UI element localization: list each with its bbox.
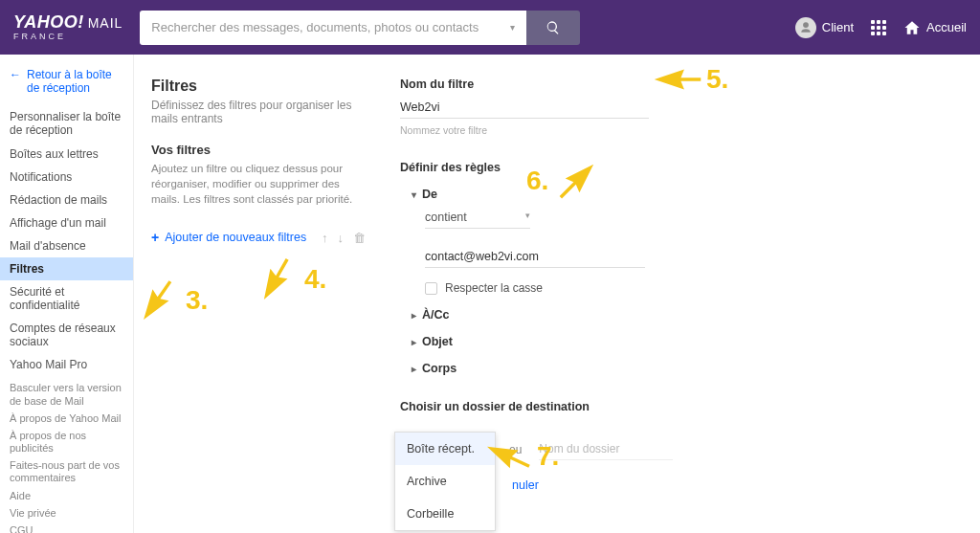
settings-sidebar: ← Retour à la boîte de réception Personn… <box>0 55 134 533</box>
sidebar-item-compose[interactable]: Rédaction de mails <box>0 189 133 211</box>
chevron-right-icon: ▸ <box>412 337 416 347</box>
sidebar-item-notifications[interactable]: Notifications <box>0 166 133 189</box>
search-button[interactable] <box>526 11 580 45</box>
app-header: YAHOO!MAIL FRANCE Rechercher des message… <box>0 0 980 55</box>
filter-name-label: Nom du filtre <box>400 78 942 91</box>
chevron-right-icon: ▸ <box>412 310 416 321</box>
filter-name-input[interactable] <box>400 97 649 119</box>
filters-panel: Filtres Définissez des filtres pour orga… <box>134 55 383 533</box>
move-down-icon[interactable]: ↓ <box>338 231 345 245</box>
move-up-icon[interactable]: ↑ <box>322 231 328 245</box>
plus-icon: + <box>151 230 159 245</box>
destination-or: ou <box>509 443 522 456</box>
sidebar-item-security[interactable]: Sécurité et confidentialité <box>0 280 133 317</box>
cancel-link[interactable]: nuler <box>512 478 539 492</box>
search-input[interactable]: Rechercher des messages, documents, phot… <box>140 11 526 45</box>
add-filter-button[interactable]: + Ajouter de nouveaux filtres <box>151 230 306 245</box>
footer-help-link[interactable]: Aide <box>10 490 123 502</box>
your-filters-heading: Vos filtres <box>151 143 366 157</box>
sidebar-item-away[interactable]: Mail d'absence <box>0 234 133 257</box>
header-right: Client Accueil <box>795 17 967 38</box>
chevron-down-icon[interactable]: ▾ <box>510 22 515 33</box>
new-folder-input[interactable]: Nom du dossier <box>539 438 673 460</box>
dropdown-option-trash[interactable]: Corbeille <box>395 498 495 530</box>
search-icon <box>546 20 561 35</box>
chevron-down-icon: ▾ <box>412 189 416 200</box>
yahoo-logo: YAHOO!MAIL FRANCE <box>13 13 122 41</box>
dropdown-option-archive[interactable]: Archive <box>395 465 495 498</box>
rule-from-toggle[interactable]: ▾ De <box>412 188 942 201</box>
page-subtitle: Définissez des filtres pour organiser le… <box>151 99 366 125</box>
case-label: Respecter la casse <box>445 281 543 295</box>
account-menu[interactable]: Client <box>795 17 854 38</box>
chevron-down-icon: ▾ <box>525 211 530 224</box>
footer-ads-link[interactable]: À propos de nos publicités <box>10 430 123 455</box>
home-icon <box>903 19 921 36</box>
chevron-right-icon: ▸ <box>412 364 416 374</box>
sidebar-item-mailboxes[interactable]: Boîtes aux lettres <box>0 143 133 166</box>
search-bar: Rechercher des messages, documents, phot… <box>140 11 580 45</box>
avatar <box>795 17 816 38</box>
sidebar-item-pro[interactable]: Yahoo Mail Pro <box>0 353 133 376</box>
footer-about-link[interactable]: À propos de Yahoo Mail <box>10 412 123 425</box>
sidebar-item-social[interactable]: Comptes de réseaux sociaux <box>0 317 133 354</box>
from-value-input[interactable] <box>425 246 645 268</box>
footer-feedback-link[interactable]: Faites-nous part de vos commentaires <box>10 459 123 484</box>
filter-detail: Nom du filtre Nommez votre filtre Défini… <box>383 55 980 533</box>
client-label: Client <box>822 20 854 34</box>
filter-name-help: Nommez votre filtre <box>400 124 942 136</box>
case-checkbox[interactable] <box>425 282 437 295</box>
apps-icon[interactable] <box>871 20 886 35</box>
rules-label: Définir des règles <box>400 161 942 174</box>
operator-select[interactable]: contient ▾ <box>425 207 530 229</box>
trash-icon[interactable]: 🗑 <box>353 231 366 245</box>
home-label: Accueil <box>926 20 967 34</box>
rule-acc-toggle[interactable]: ▸ À/Cc <box>412 308 942 322</box>
destination-label: Choisir un dossier de destination <box>400 400 942 413</box>
your-filters-desc: Ajoutez un filtre ou cliquez dessus pour… <box>151 161 366 207</box>
home-link[interactable]: Accueil <box>903 19 967 36</box>
rule-subject-toggle[interactable]: ▸ Objet <box>412 335 942 348</box>
sidebar-item-filters[interactable]: Filtres <box>0 257 133 280</box>
arrow-left-icon: ← <box>10 68 21 96</box>
page-title: Filtres <box>151 78 366 95</box>
back-to-inbox-link[interactable]: ← Retour à la boîte de réception <box>0 64 133 105</box>
search-placeholder: Rechercher des messages, documents, phot… <box>151 20 479 34</box>
dropdown-option-inbox[interactable]: Boîte récept. <box>395 433 495 465</box>
footer-cgu-link[interactable]: CGU <box>10 524 123 533</box>
sidebar-item-display[interactable]: Affichage d'un mail <box>0 211 133 234</box>
footer-basic-link[interactable]: Basculer vers la version de base de Mail <box>10 382 123 407</box>
destination-dropdown: Boîte récept. Archive Corbeille <box>394 432 496 531</box>
footer-privacy-link[interactable]: Vie privée <box>10 507 123 520</box>
sidebar-footer: Basculer vers la version de base de Mail… <box>0 376 133 533</box>
sidebar-item-personalize[interactable]: Personnaliser la boîte de réception <box>0 105 133 143</box>
rule-body-toggle[interactable]: ▸ Corps <box>412 362 942 375</box>
